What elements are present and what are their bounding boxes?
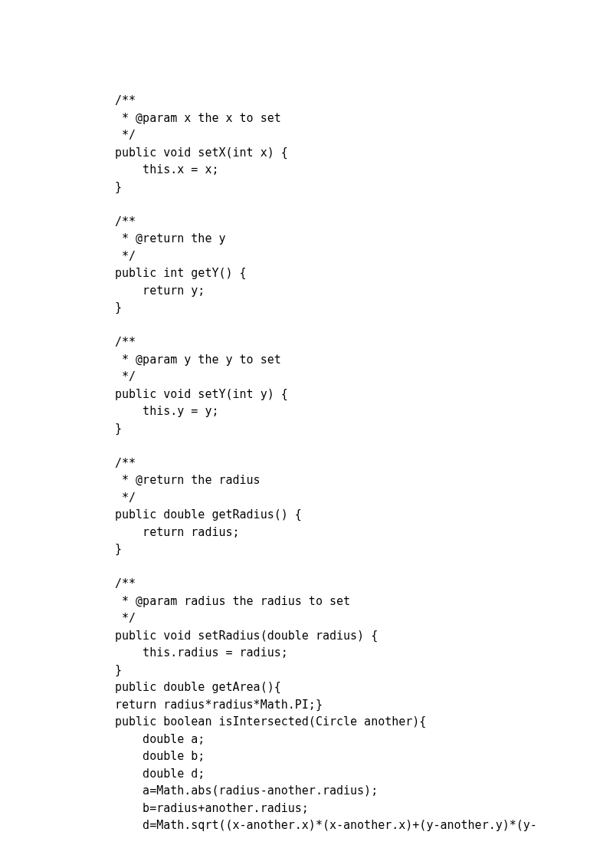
document-page: /** * @param x the x to set */ public vo…	[0, 0, 613, 834]
code-block: /** * @param x the x to set */ public vo…	[115, 92, 498, 834]
